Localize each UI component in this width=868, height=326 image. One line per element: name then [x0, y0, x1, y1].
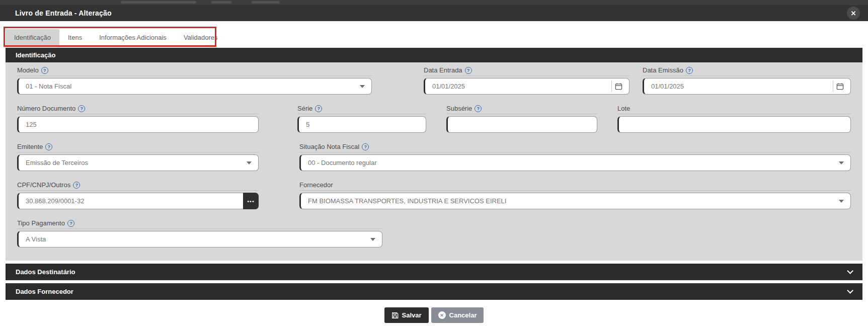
- chevron-down-icon: [839, 161, 844, 165]
- tipo-pagamento-label: Tipo Pagamento: [17, 219, 65, 227]
- emitente-label: Emitente: [17, 143, 43, 150]
- data-emissao-label: Data Emissão: [643, 66, 683, 74]
- fornecedor-label: Fornecedor: [299, 181, 333, 189]
- chevron-down-icon: [370, 238, 375, 241]
- tab-informacoes-adicionais[interactable]: Informações Adicionais: [91, 29, 175, 46]
- accordion-dados-destinatario[interactable]: Dados Destinatário: [6, 264, 862, 280]
- situacao-select[interactable]: 00 - Documento regular: [299, 154, 851, 171]
- accordion-label: Dados Fornecedor: [16, 288, 73, 295]
- emitente-value: Emissão de Terceiros: [26, 159, 243, 167]
- fornecedor-select[interactable]: FM BIOMASSA TRANSPORTES, INDUSTRIA E SER…: [299, 193, 851, 209]
- lote-input[interactable]: [626, 121, 835, 128]
- identification-form: Modelo ? 01 - Nota Fiscal Data Entrada ?: [6, 62, 862, 261]
- field-numero-documento: Número Documento ?: [17, 105, 259, 133]
- help-icon[interactable]: ?: [475, 105, 482, 112]
- help-icon[interactable]: ?: [686, 67, 693, 74]
- situacao-label: Situação Nota Fiscal: [299, 143, 359, 150]
- field-tipo-pagamento: Tipo Pagamento ? A Vista: [17, 219, 382, 248]
- fornecedor-value: FM BIOMASSA TRANSPORTES, INDUSTRIA E SER…: [308, 197, 835, 205]
- background-text-smudge: [252, 1, 279, 4]
- help-icon[interactable]: ?: [465, 67, 472, 74]
- numero-documento-label: Número Documento: [17, 105, 75, 112]
- background-text-smudge: [211, 1, 231, 4]
- help-icon[interactable]: ?: [41, 67, 48, 74]
- tab-identificacao[interactable]: Identificação: [6, 29, 59, 46]
- situacao-value: 00 - Documento regular: [308, 159, 835, 167]
- help-icon[interactable]: ?: [315, 105, 322, 112]
- help-icon[interactable]: ?: [362, 143, 369, 150]
- field-subserie: Subsérie ?: [446, 105, 597, 133]
- subserie-input[interactable]: [455, 121, 582, 128]
- chevron-down-icon: [247, 161, 252, 165]
- tipo-pagamento-value: A Vista: [26, 235, 367, 243]
- help-icon[interactable]: ?: [45, 143, 52, 150]
- tab-validadores[interactable]: Validadores: [175, 29, 226, 46]
- tipo-pagamento-select[interactable]: A Vista: [17, 231, 382, 248]
- chevron-down-icon: [839, 200, 844, 203]
- accordion-label: Dados Destinatário: [16, 268, 75, 276]
- field-situacao-nota-fiscal: Situação Nota Fiscal ? 00 - Documento re…: [299, 143, 851, 171]
- form-row-5: Tipo Pagamento ? A Vista: [17, 219, 851, 248]
- cancel-button-label: Cancelar: [449, 311, 477, 319]
- save-button[interactable]: Salvar: [384, 307, 429, 323]
- subserie-label: Subsérie: [446, 105, 472, 112]
- lote-input-wrap: [617, 116, 851, 133]
- section-header-identificacao: Identificação: [6, 48, 862, 62]
- calendar-icon[interactable]: [833, 80, 847, 92]
- modal-title: Livro de Entrada - Alteração: [15, 9, 112, 17]
- modelo-label: Modelo: [17, 66, 39, 74]
- cpf-cnpj-input[interactable]: [26, 197, 238, 205]
- data-entrada-label: Data Entrada: [424, 66, 462, 74]
- subserie-input-wrap: [446, 116, 597, 133]
- data-entrada-input[interactable]: [432, 83, 614, 90]
- numero-documento-input[interactable]: [26, 121, 243, 128]
- help-icon[interactable]: ?: [67, 220, 74, 227]
- form-row-4: CPF/CNPJ/Outros ? ••• Fornecedor FM BIOM…: [17, 181, 851, 209]
- form-row-3: Emitente ? Emissão de Terceiros Situação…: [17, 143, 851, 171]
- cpf-cnpj-label: CPF/CNPJ/Outros: [17, 181, 70, 189]
- modal-header: Livro de Entrada - Alteração ✕: [0, 5, 868, 21]
- cancel-circle-x-icon: ✕: [438, 311, 446, 319]
- form-row-1: Modelo ? 01 - Nota Fiscal Data Entrada ?: [17, 66, 851, 95]
- cancel-button[interactable]: ✕ Cancelar: [431, 307, 484, 323]
- help-icon[interactable]: ?: [73, 182, 80, 189]
- field-modelo: Modelo ? 01 - Nota Fiscal: [17, 66, 372, 95]
- close-icon[interactable]: ✕: [847, 7, 860, 20]
- tab-itens[interactable]: Itens: [59, 29, 91, 46]
- emitente-select[interactable]: Emissão de Terceiros: [17, 154, 259, 171]
- form-row-2: Número Documento ? Série ? Subsérie ?: [17, 105, 851, 133]
- serie-input-wrap: [297, 116, 426, 133]
- lookup-ellipsis-button[interactable]: •••: [243, 193, 259, 209]
- field-fornecedor: Fornecedor FM BIOMASSA TRANSPORTES, INDU…: [299, 181, 851, 209]
- modelo-value: 01 - Nota Fiscal: [26, 83, 356, 90]
- footer-actions: Salvar ✕ Cancelar: [0, 307, 868, 323]
- field-data-entrada: Data Entrada ?: [424, 66, 629, 95]
- data-emissao-input-wrap: [643, 78, 851, 95]
- field-lote: Lote: [617, 105, 851, 133]
- data-emissao-input[interactable]: [651, 83, 835, 90]
- save-floppy-icon: [391, 312, 399, 319]
- dimmed-background-strip: [0, 0, 868, 5]
- calendar-icon[interactable]: [611, 80, 625, 92]
- save-button-label: Salvar: [402, 311, 422, 319]
- serie-input[interactable]: [306, 121, 411, 128]
- tab-bar: Identificação Itens Informações Adiciona…: [0, 29, 868, 46]
- numero-documento-input-wrap: [17, 116, 259, 133]
- chevron-down-icon: [360, 85, 365, 88]
- cpf-cnpj-input-wrap: •••: [17, 193, 259, 209]
- field-emitente: Emitente ? Emissão de Terceiros: [17, 143, 259, 171]
- field-data-emissao: Data Emissão ?: [643, 66, 851, 95]
- section-title: Identificação: [16, 51, 55, 59]
- background-text-smudge: [121, 1, 196, 4]
- chevron-down-icon: [847, 287, 853, 294]
- chevron-down-icon: [847, 268, 853, 274]
- lote-label: Lote: [617, 105, 630, 112]
- modelo-select[interactable]: 01 - Nota Fiscal: [17, 78, 372, 95]
- accordion-dados-fornecedor[interactable]: Dados Fornecedor: [6, 283, 862, 300]
- help-icon[interactable]: ?: [78, 105, 85, 112]
- field-cpf-cnpj: CPF/CNPJ/Outros ? •••: [17, 181, 259, 209]
- data-entrada-input-wrap: [424, 78, 629, 95]
- serie-label: Série: [297, 105, 312, 112]
- field-serie: Série ?: [297, 105, 426, 133]
